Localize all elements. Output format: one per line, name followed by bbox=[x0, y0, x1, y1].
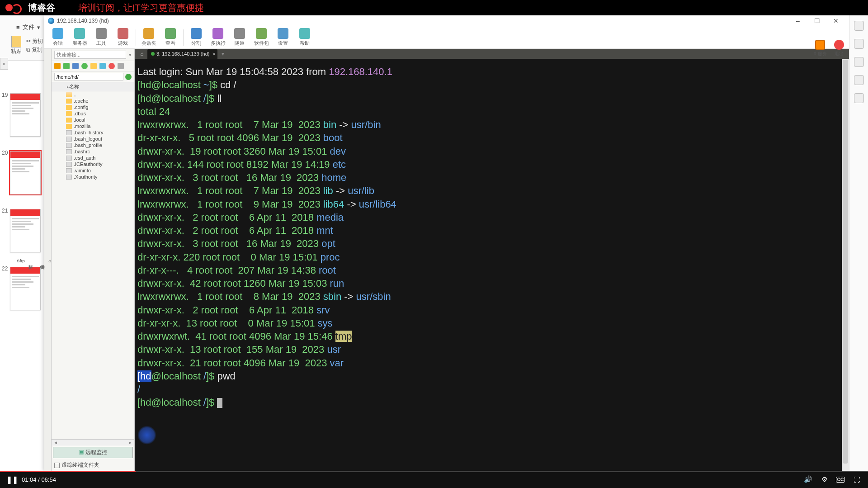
slide-thumb[interactable]: 20 bbox=[10, 143, 42, 194]
upload-icon[interactable] bbox=[54, 63, 61, 69]
window-titlebar[interactable]: 192.168.140.139 (hd) – ☐ ✕ bbox=[44, 15, 849, 26]
window-title: 192.168.140.139 (hd) bbox=[57, 18, 109, 24]
file-row[interactable]: .mozilla bbox=[52, 123, 134, 129]
file-scroll[interactable]: ◄► bbox=[52, 439, 134, 445]
status-dot-icon bbox=[151, 52, 155, 56]
toolbar-隧道[interactable]: 隧道 bbox=[229, 28, 250, 47]
app-icon bbox=[48, 18, 54, 24]
main-toolbar: 会话服务器工具游戏会话夹查看分割多执行隧道软件包设置帮助 bbox=[44, 26, 849, 49]
tab-add-icon[interactable]: ▾ bbox=[218, 49, 227, 59]
file-row[interactable]: .bashrc bbox=[52, 148, 134, 155]
slide-thumbnail-panel: 19202122 bbox=[0, 81, 44, 471]
refresh-icon[interactable] bbox=[72, 63, 79, 69]
copy-button[interactable]: ⧉ 复制 bbox=[26, 46, 43, 54]
file-row[interactable]: .esd_auth bbox=[52, 155, 134, 161]
rail-icon-1[interactable] bbox=[854, 21, 864, 31]
file-row[interactable]: .. bbox=[52, 91, 134, 98]
slide-thumb[interactable]: 22 bbox=[10, 259, 42, 310]
toolbar-帮助[interactable]: 帮助 bbox=[294, 28, 316, 47]
terminal-scrollbar[interactable] bbox=[842, 59, 849, 471]
file-row[interactable]: .bash_history bbox=[52, 129, 134, 136]
file-row[interactable]: .ICEauthority bbox=[52, 161, 134, 167]
file-row[interactable]: .bash_logout bbox=[52, 136, 134, 142]
toolbar-游戏[interactable]: 游戏 bbox=[112, 28, 134, 47]
right-side-rail bbox=[849, 15, 868, 471]
brand-name: 博睿谷 bbox=[28, 2, 55, 14]
progress-fill bbox=[0, 471, 136, 472]
brand-logo-icon bbox=[4, 1, 25, 14]
tab-home-icon[interactable]: ⌂ bbox=[137, 49, 146, 59]
path-ok-icon[interactable] bbox=[125, 74, 132, 80]
play-pause-button[interactable]: ❚❚ bbox=[6, 474, 18, 485]
history-icon[interactable]: ▾ bbox=[129, 52, 132, 58]
settings-icon[interactable]: ⚙ bbox=[819, 474, 829, 484]
fullscreen-icon[interactable]: ⛶ bbox=[852, 474, 862, 484]
rail-icon-2[interactable] bbox=[854, 39, 864, 49]
toolbar-软件包[interactable]: 软件包 bbox=[250, 28, 272, 47]
file-row[interactable]: .config bbox=[52, 104, 134, 110]
terminal-tabs: ⌂ 3. 192.168.140.139 (hd) ✕ ▾ bbox=[135, 49, 849, 59]
toolbar-工具[interactable]: 工具 bbox=[90, 28, 112, 47]
slide-thumb[interactable]: 19 bbox=[10, 85, 42, 137]
newfolder-icon[interactable] bbox=[90, 63, 97, 69]
toolbar-多执行[interactable]: 多执行 bbox=[207, 28, 229, 47]
file-row[interactable]: .local bbox=[52, 117, 134, 123]
path-input[interactable] bbox=[54, 73, 123, 81]
toolbar-会话夹[interactable]: 会话夹 bbox=[138, 28, 160, 47]
file-row[interactable]: .viminfo bbox=[52, 167, 134, 174]
terminal-tab[interactable]: 3. 192.168.140.139 (hd) ✕ bbox=[147, 49, 217, 59]
toolbar-设置[interactable]: 设置 bbox=[272, 28, 294, 47]
side-rail: « 快捷键 材料 Sftp bbox=[44, 49, 52, 471]
terminal-output[interactable]: Last login: Sun Mar 19 15:04:58 2023 fro… bbox=[135, 59, 849, 471]
file-list-header[interactable]: ▸名称 bbox=[52, 82, 134, 91]
toolbar-分割[interactable]: 分割 bbox=[185, 28, 207, 47]
trace-folder-checkbox[interactable]: 跟踪终端文件夹 bbox=[52, 460, 134, 471]
toolbar-查看[interactable]: 查看 bbox=[160, 28, 181, 47]
file-panel: ▾ ▸名称 ...cache.config.dbus.local.mozilla… bbox=[52, 49, 135, 471]
file-row[interactable]: .dbus bbox=[52, 110, 134, 117]
brand-bar: 博睿谷 培训订阅，让IT学习更普惠便捷 bbox=[0, 0, 868, 15]
toolbar-会话[interactable]: 会话 bbox=[47, 28, 69, 47]
stop-icon[interactable] bbox=[108, 63, 115, 69]
progress-track[interactable] bbox=[0, 471, 868, 472]
info-icon[interactable] bbox=[99, 63, 106, 69]
rail-icon-3[interactable] bbox=[854, 57, 864, 67]
toolbar-服务器[interactable]: 服务器 bbox=[69, 28, 90, 47]
paste-button[interactable]: 粘贴 bbox=[11, 36, 22, 55]
collapse-left-icon[interactable]: « bbox=[0, 58, 8, 70]
slide-thumb[interactable]: 21 bbox=[10, 201, 42, 252]
rail-icon-4[interactable] bbox=[854, 75, 864, 85]
download-icon[interactable] bbox=[63, 63, 70, 69]
file-toolbar bbox=[52, 61, 134, 71]
rail-icon-5[interactable] bbox=[854, 93, 864, 103]
video-time: 01:04 / 06:54 bbox=[22, 476, 56, 483]
collapse-rail-icon[interactable]: « bbox=[48, 258, 51, 264]
minimize-button[interactable]: – bbox=[788, 16, 807, 26]
tab-close-icon[interactable]: ✕ bbox=[212, 52, 216, 57]
video-control-bar: ❚❚ 01:04 / 06:54 🔊 ⚙ CC ⛶ bbox=[0, 471, 868, 488]
tab-label: 3. 192.168.140.139 (hd) bbox=[156, 51, 209, 57]
settings-mini-icon[interactable] bbox=[118, 63, 124, 69]
file-menu[interactable]: ≡ 文件 ▾ bbox=[11, 20, 46, 34]
file-list[interactable]: ...cache.config.dbus.local.mozilla.bash_… bbox=[52, 91, 134, 439]
go-icon[interactable] bbox=[81, 63, 88, 69]
close-button[interactable]: ✕ bbox=[826, 16, 845, 26]
click-indicator-icon bbox=[137, 426, 156, 445]
volume-icon[interactable]: 🔊 bbox=[803, 474, 813, 484]
brand-slogan: 培训订阅，让IT学习更普惠便捷 bbox=[68, 2, 204, 14]
file-row[interactable]: .Xauthority bbox=[52, 174, 134, 180]
file-row[interactable]: .bash_profile bbox=[52, 142, 134, 148]
file-row[interactable]: .cache bbox=[52, 98, 134, 104]
cc-button[interactable]: CC bbox=[835, 474, 845, 484]
maximize-button[interactable]: ☐ bbox=[807, 16, 826, 26]
remote-monitor-button[interactable]: ▣ 远程监控 bbox=[53, 447, 133, 458]
cut-button[interactable]: ✂ 剪切 bbox=[26, 38, 43, 45]
quick-connect-input[interactable] bbox=[54, 51, 126, 59]
ssh-window: 192.168.140.139 (hd) – ☐ ✕ 会话服务器工具游戏会话夹查… bbox=[44, 15, 849, 471]
